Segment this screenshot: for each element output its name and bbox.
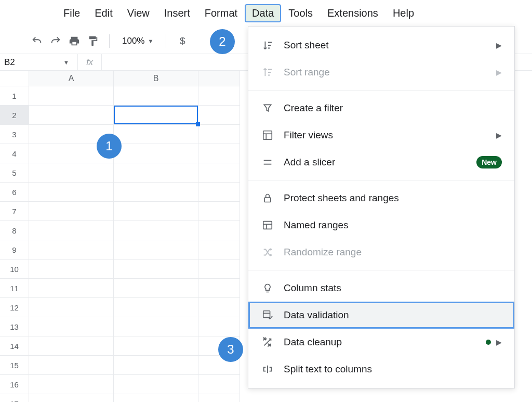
cell[interactable]: [29, 240, 114, 260]
lightbulb-icon: [261, 281, 274, 295]
cell[interactable]: [114, 279, 198, 298]
menu-data[interactable]: Data: [245, 4, 281, 22]
cell[interactable]: [114, 202, 198, 221]
cell[interactable]: [29, 356, 114, 375]
menu-sort-sheet[interactable]: Sort sheet ▶: [248, 32, 514, 59]
chevron-right-icon: ▶: [496, 131, 502, 139]
cell[interactable]: [114, 356, 198, 375]
cell[interactable]: [198, 221, 240, 240]
cell[interactable]: [29, 183, 114, 202]
cell[interactable]: [198, 183, 240, 202]
row-header[interactable]: 14: [0, 336, 29, 356]
menu-view[interactable]: View: [120, 4, 157, 22]
cell[interactable]: [198, 106, 240, 125]
row-header[interactable]: 1: [0, 86, 29, 106]
cell[interactable]: [198, 163, 240, 183]
cell[interactable]: [29, 394, 114, 402]
annotation-badge-1: 1: [97, 134, 122, 159]
print-icon[interactable]: [69, 35, 80, 47]
menu-filter-views[interactable]: Filter views ▶: [248, 122, 514, 149]
menu-split-text[interactable]: Split text to columns: [248, 356, 514, 383]
row-header[interactable]: 12: [0, 298, 29, 317]
menu-create-filter[interactable]: Create a filter: [248, 95, 514, 122]
menu-data-validation[interactable]: Data validation: [248, 302, 514, 329]
cell[interactable]: [114, 240, 198, 260]
cell[interactable]: [29, 86, 114, 106]
cell[interactable]: [198, 260, 240, 279]
cell[interactable]: [114, 125, 198, 144]
cell[interactable]: [114, 317, 198, 336]
cell[interactable]: [198, 202, 240, 221]
column-header[interactable]: B: [114, 71, 198, 86]
cell[interactable]: [29, 375, 114, 394]
menu-data-cleanup[interactable]: Data cleanup ▶: [248, 329, 514, 356]
row-header[interactable]: 11: [0, 279, 29, 298]
row-header[interactable]: 17: [0, 394, 29, 402]
cell[interactable]: [29, 298, 114, 317]
menu-named-ranges[interactable]: Named ranges: [248, 212, 514, 239]
cell[interactable]: [114, 183, 198, 202]
undo-icon[interactable]: [31, 35, 43, 47]
column-header[interactable]: [198, 71, 240, 86]
menu-file[interactable]: File: [56, 4, 87, 22]
cell[interactable]: [29, 279, 114, 298]
paint-format-icon[interactable]: [87, 35, 99, 47]
cell[interactable]: [29, 260, 114, 279]
cell[interactable]: [29, 106, 114, 125]
row-header[interactable]: 13: [0, 317, 29, 336]
row-header[interactable]: 4: [0, 144, 29, 163]
cell[interactable]: [114, 394, 198, 402]
cell[interactable]: [114, 298, 198, 317]
cell[interactable]: [198, 279, 240, 298]
row-header[interactable]: 2: [0, 106, 29, 125]
cell[interactable]: [198, 125, 240, 144]
cell[interactable]: [198, 240, 240, 260]
cell[interactable]: [114, 86, 198, 106]
row-header[interactable]: 5: [0, 163, 29, 183]
funnel-icon: [261, 101, 274, 115]
cell[interactable]: [114, 221, 198, 240]
cell[interactable]: [198, 375, 240, 394]
menu-column-stats[interactable]: Column stats: [248, 275, 514, 302]
redo-icon[interactable]: [50, 35, 61, 47]
column-header[interactable]: A: [29, 71, 114, 86]
row-header[interactable]: 6: [0, 183, 29, 202]
cell[interactable]: [198, 394, 240, 402]
cell[interactable]: [114, 260, 198, 279]
cell[interactable]: [114, 163, 198, 183]
row-header[interactable]: 9: [0, 240, 29, 260]
cell[interactable]: [114, 336, 198, 356]
row-header[interactable]: 7: [0, 202, 29, 221]
cell-selected[interactable]: [114, 106, 198, 125]
cell[interactable]: [198, 144, 240, 163]
menu-tools[interactable]: Tools: [281, 4, 320, 22]
row-header[interactable]: 8: [0, 221, 29, 240]
name-box[interactable]: B2 ▼: [0, 54, 78, 70]
menu-format[interactable]: Format: [197, 4, 245, 22]
cell[interactable]: [198, 317, 240, 336]
cell[interactable]: [29, 163, 114, 183]
zoom-select[interactable]: 100% ▼: [120, 35, 155, 47]
select-all-corner[interactable]: [0, 71, 29, 86]
menu-insert[interactable]: Insert: [157, 4, 197, 22]
cell[interactable]: [114, 375, 198, 394]
currency-format-button[interactable]: $: [177, 35, 188, 47]
cell[interactable]: [29, 202, 114, 221]
cell[interactable]: [198, 86, 240, 106]
menu-separator: [248, 90, 514, 90]
menu-extensions[interactable]: Extensions: [320, 4, 385, 22]
row-header[interactable]: 15: [0, 356, 29, 375]
row-header[interactable]: 16: [0, 375, 29, 394]
row-header[interactable]: 10: [0, 260, 29, 279]
cell[interactable]: [29, 317, 114, 336]
cell[interactable]: [198, 298, 240, 317]
menu-help[interactable]: Help: [385, 4, 421, 22]
cell[interactable]: [29, 336, 114, 356]
menu-add-slicer[interactable]: Add a slicer New: [248, 149, 514, 176]
menu-protect-sheets[interactable]: Protect sheets and ranges: [248, 185, 514, 212]
menu-edit[interactable]: Edit: [87, 4, 119, 22]
cell[interactable]: [29, 221, 114, 240]
cell[interactable]: [114, 144, 198, 163]
data-validation-icon: [261, 308, 274, 322]
row-header[interactable]: 3: [0, 125, 29, 144]
